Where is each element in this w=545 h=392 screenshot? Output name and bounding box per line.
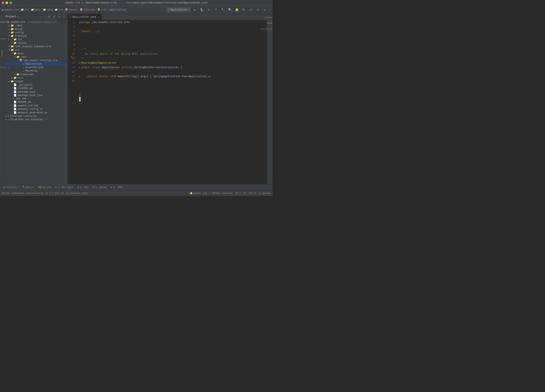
class-icon: ☕ [23, 62, 25, 66]
tree-item-src[interactable]: ▼ 📁 src [4, 48, 68, 52]
run-num: 4: [80, 186, 83, 189]
tree-item-packagejson[interactable]: ▶ 📄 package.json [4, 90, 68, 94]
tree-item-node-modules[interactable]: ▶ 📁 node_modules [vaadin-crm] [4, 45, 68, 48]
tab-application-java[interactable]: ☕ Application.java ✕ [68, 14, 102, 20]
tree-item-license[interactable]: ▶ 📄 LICENSE.md [4, 87, 68, 90]
expand-arrow: ▶ [13, 73, 16, 76]
tree-item-idea[interactable]: ▶ 📁 .idea [4, 24, 68, 27]
tree-item-packagelockjson[interactable]: ▶ 📄 package-lock.json [4, 94, 68, 97]
tree-item-frontend[interactable]: ▼ 📁 frontend [4, 34, 68, 38]
tree-item-main[interactable]: ▼ 📁 main [4, 52, 68, 55]
close-button[interactable] [2, 1, 4, 4]
tree-item-frontend-src[interactable]: ▶ 📁 src [4, 38, 68, 41]
toolbar-actions: ↙ ☕ Application ▾ ▶ 🐛 ⛨ ⏱ 🔨 🔍 🔔 🔌 ⎇ ⊞ ⚙ … [159, 7, 271, 13]
build-button[interactable]: 🔨 [220, 7, 226, 13]
tree-item-target[interactable]: ▶ 📁 target [4, 80, 68, 83]
position-label: 18:1 [235, 192, 241, 195]
breadcrumb-java[interactable]: 📁 java [43, 8, 53, 11]
structure-tool-icon[interactable]: 7: Structure [0, 66, 10, 69]
position-item[interactable]: 18:1 [235, 192, 241, 195]
tree-item-mainview[interactable]: ▶ ☕ MainView [4, 69, 68, 73]
build-tab[interactable]: 🔨 Build [20, 185, 36, 189]
collapse-icon[interactable]: ⊟ [52, 15, 56, 18]
debug-tab[interactable]: ▶ 5: Debug [91, 185, 109, 189]
favorites-tool-icon[interactable]: 2: Favorites [0, 37, 10, 40]
tree-label: Scratches and Consoles [10, 118, 43, 121]
notifications-button[interactable]: 🔔 [234, 7, 240, 13]
vcs-update-button[interactable]: ↙ [159, 7, 165, 13]
breadcrumb-application[interactable]: ☕ Application [108, 8, 126, 11]
window-controls[interactable] [2, 1, 12, 4]
tree-item-test[interactable]: ▶ 📁 test [4, 76, 68, 80]
tree-item-gitignore[interactable]: ▶ 📄 .gitignore [4, 83, 68, 87]
messages-label: Messages [62, 186, 74, 189]
breadcrumb-tutorial[interactable]: 📦 tutorial [80, 8, 95, 11]
sep1: › [19, 9, 20, 11]
todo-tab[interactable]: ▶ 6: TODO [109, 185, 125, 189]
tree-item-scratches[interactable]: ▶ ✏ Scratches and Consoles [4, 118, 68, 121]
tree-item-readme[interactable]: ▶ 📄 README.md [4, 100, 68, 104]
git-button[interactable]: ⎇ [248, 7, 254, 13]
bean-validation-tool-icon[interactable]: Bean Validation [267, 26, 272, 31]
breadcrumb-com[interactable]: 📁 com [55, 8, 63, 11]
tree-label: Application [25, 63, 42, 66]
settings-icon[interactable]: ⚙ [57, 15, 61, 18]
jrebel-console-item[interactable]: ⚡ JRebel Console [210, 192, 232, 195]
spring-tab[interactable]: 🌿 Spring [36, 185, 53, 189]
run-tab[interactable]: ▶ 4: Run [76, 185, 90, 189]
line-sep-item[interactable]: LF [243, 192, 246, 195]
maximize-button[interactable] [9, 1, 12, 4]
tab-close-button[interactable]: ✕ [97, 16, 100, 18]
messages-tab[interactable]: ▶ 0: Messages [53, 185, 75, 189]
sync-icon[interactable]: ⟳ [47, 15, 51, 18]
coverage-button[interactable]: ⛨ [206, 7, 212, 13]
tree-item-application[interactable]: ▶ ☕ Application [4, 62, 68, 66]
expand-arrow: ▶ [5, 115, 8, 117]
breadcrumb-vaadin[interactable]: 📦 vaadin [65, 8, 77, 11]
debug-button[interactable]: 🐛 [199, 7, 205, 13]
run-button[interactable]: ▶ [192, 7, 198, 13]
run-configuration[interactable]: ☕ Application ▾ [166, 8, 191, 12]
code-container[interactable]: 1 2 3 6 7 8 9 10 11 12 13 16 17 18 [68, 20, 267, 184]
tree-label: package.json [18, 91, 35, 93]
tree-item-build[interactable]: ▶ 📁 build [4, 27, 68, 31]
tree-item-webpackconfig[interactable]: ▶ 📄 webpack.config.js [4, 107, 68, 111]
tree-label-path: ~/Downloads/vaadin-crm [25, 21, 57, 23]
settings-button[interactable]: ⚙ [262, 7, 267, 13]
breadcrumb-crm[interactable]: 📦 crm [97, 8, 105, 11]
hide-icon[interactable]: ✕ [62, 15, 66, 18]
tree-item-config[interactable]: ▶ 📁 config [4, 31, 68, 34]
tree-item-resources[interactable]: ▶ 📁 resources [4, 73, 68, 76]
indent-item[interactable]: 4 spaces [259, 192, 270, 195]
expand-arrow: ▶ [5, 118, 8, 121]
breadcrumb-src[interactable]: 📁 src [21, 8, 29, 11]
jrebel-icon[interactable]: JRebel [0, 49, 4, 57]
profile-button[interactable]: ⏱ [213, 7, 219, 13]
tree-item-webpackgenerated[interactable]: ▶ 📄 webpack.generated.js [4, 111, 68, 114]
maven-tool-icon[interactable]: Maven [267, 20, 272, 25]
sep5: › [63, 9, 65, 11]
breadcrumb-project[interactable]: ◼ vaadin-crm [2, 8, 19, 11]
tree-item-com[interactable]: ▼ 📦 com.vaadin.tutorial.crm [4, 59, 68, 62]
event-log-item[interactable]: 🔔 Event Log [190, 192, 207, 195]
tree-item-java[interactable]: ▼ 📁 java [4, 55, 68, 59]
database-tool-icon[interactable]: Database [267, 15, 272, 20]
tree-item-pomxml[interactable]: ▶ m pom.xml [4, 97, 68, 100]
breadcrumb-main[interactable]: 📁 main [31, 8, 41, 11]
code-line-8: * The entry point of the Spring Boot app… [79, 52, 267, 56]
tree-item-styles[interactable]: ▶ 📁 styles [4, 41, 68, 45]
folder-icon2: 📁 [31, 8, 34, 11]
plugins-button[interactable]: 🔌 [241, 7, 247, 13]
encoding-item[interactable]: UTF-8 [249, 192, 256, 195]
java-file-icon: ☕ [70, 15, 71, 18]
terminal-tab[interactable]: ▶ Terminal [2, 185, 20, 189]
minimize-button[interactable] [6, 1, 8, 4]
tree-item-greetservice[interactable]: ▶ ☕ GreetService [4, 66, 68, 69]
code-editor[interactable]: package com.vaadin.tutorial.crm; − impor… [77, 20, 267, 184]
search-everywhere-button[interactable]: 🔍 [227, 7, 233, 13]
project-tool-icon[interactable]: 1: Project [0, 20, 9, 23]
layout-button[interactable]: ⊞ [255, 7, 260, 13]
tree-item-iml[interactable]: ▶ 📄 vaadin-crm.iml [4, 104, 68, 107]
tree-item-extlibs[interactable]: ▶ ⊞ External Libraries [4, 114, 68, 118]
tree-item-vaadin-crm[interactable]: ▼ ◼ vaadin-crm ~/Downloads/vaadin-crm [4, 20, 68, 24]
